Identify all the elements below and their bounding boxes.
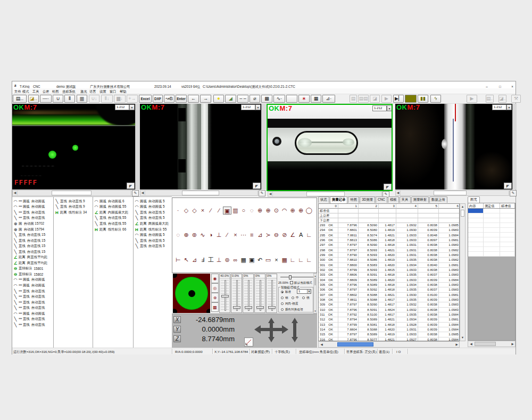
standard-level-select[interactable]: 1▼ (297, 289, 311, 294)
options-scroll-thumb[interactable] (314, 278, 316, 285)
tab-夹具[interactable]: 夹具 (400, 196, 411, 203)
tool-icon-2-12[interactable]: ≻ (264, 231, 272, 239)
tool-icon-1-8[interactable]: ▥ (231, 207, 239, 215)
toolbar-pause-olive-button[interactable]: ▮▮ (418, 95, 428, 103)
camera-3-scroll-left-icon[interactable]: ◀ (268, 192, 273, 196)
jog-left-arrow[interactable] (254, 325, 261, 334)
tool-icon-3-6[interactable]: ⊥ (215, 256, 223, 264)
tab-模板[interactable]: 模板 (388, 196, 399, 203)
tool-icon-3-10[interactable]: ▣ (248, 256, 256, 264)
list-item[interactable]: ╲直线自动直线 15 (12, 232, 53, 238)
tool-icon-2-11[interactable]: ⊿ (256, 231, 264, 239)
list-item[interactable]: ╲直线自动直线 5 (134, 243, 172, 249)
ring-matrix-button[interactable]: ▩ (211, 302, 219, 312)
menu-帮助[interactable]: 帮助 (120, 89, 126, 94)
table-hscrollbar[interactable]: ◀ ▶ (318, 341, 460, 348)
list-item[interactable]: ╲直线自动直线 15 (12, 238, 53, 244)
measure-list-3[interactable]: ◠圆弧自动圆弧 6◠圆弧自动圆弧 55∠距离内圆弧最大距╲直线自动直线 55╲直… (93, 197, 134, 348)
toolbar-record-block-button[interactable] (405, 95, 417, 103)
table-scroll-right-icon[interactable]: ▶ (454, 342, 459, 347)
options-vscrollbar[interactable]: ▴▾ (313, 273, 317, 314)
radio-standard[interactable] (281, 291, 284, 293)
light-slider-thumb[interactable] (221, 295, 229, 298)
radio-weak[interactable] (281, 297, 284, 299)
list-item[interactable]: ╲***直线自动直线 (12, 294, 53, 300)
toolbar-spline-curve-button[interactable]: ∿· (273, 95, 285, 103)
toolbar-matrix-code-button[interactable]: ▦ (311, 95, 321, 103)
tab-测量映射[interactable]: 测量映射 (411, 196, 429, 203)
measurement-table[interactable]: 0123456标准值上公差下公差293OK7.87968.50901.48171… (318, 203, 460, 341)
camera-2-vscrollbar[interactable] (261, 104, 266, 190)
menu-文件[interactable]: 文件 (14, 89, 21, 94)
camera-1-zoom-dropdown-icon[interactable]: ▼ (129, 104, 135, 110)
list-item[interactable]: ∠距离内圆弧最大距 (93, 210, 133, 216)
camera-1-hscrollbar[interactable]: ◀ (12, 190, 131, 196)
tool-icon-3-8[interactable]: ∞ (231, 256, 239, 264)
toolbar-run-man-button[interactable]: ϟ (430, 95, 441, 103)
toolbar-open-folder-button[interactable]: ◪‥ (28, 95, 39, 103)
jog-right-arrow[interactable] (282, 325, 288, 334)
toolbar-probe-search-button[interactable]: ⌀ (250, 95, 260, 103)
toolbar-measure-line-button[interactable]: —· (40, 95, 52, 103)
camera-2-hscrollbar[interactable]: ◀ (140, 190, 258, 196)
radio-strong[interactable] (302, 297, 305, 299)
tool-icon-3-16[interactable]: ∟ (297, 256, 305, 264)
measure-list-2[interactable]: ╲直线自动直线 9╲直线自动直线 9Η距离线性标注 34 (54, 197, 93, 348)
menu-窗口[interactable]: 窗口 (110, 89, 116, 94)
camera-4-resize-grip[interactable]: ◤ (504, 183, 512, 189)
list-item[interactable]: ╲***直线自动直线 (12, 316, 53, 322)
tool-icon-1-7[interactable]: ▣ (223, 207, 231, 215)
tool-icon-1-1[interactable]: · (174, 207, 182, 215)
tool-icon-2-2[interactable]: ⊕ (182, 231, 190, 239)
list-item[interactable]: ╲***直线自动直线 (12, 305, 53, 311)
camera-2-edit-button[interactable]: ✎ (259, 190, 265, 196)
tool-icon-3-3[interactable]: ⊿ (190, 256, 198, 264)
list-item[interactable]: ◠***圆弧自动圆弧 (12, 311, 53, 317)
tool-icon-3-13[interactable]: × (272, 256, 280, 264)
camera-2-scroll-left-icon[interactable]: ◀ (140, 191, 145, 195)
camera-2-resize-grip[interactable]: ◤ (253, 183, 261, 189)
radio-direction[interactable] (281, 302, 284, 305)
toolbar-stage-block-button[interactable]: ▆ (77, 95, 87, 103)
elements-scroll-right-icon[interactable]: ▶ (510, 342, 515, 347)
tab-elements[interactable]: 图元 (468, 196, 480, 203)
camera-3-hscroll-thumb[interactable] (306, 192, 345, 196)
tool-icon-1-10[interactable]: ◌ (248, 207, 256, 215)
tab-测量记录[interactable]: 测量记录 (330, 196, 348, 203)
tool-icon-3-1[interactable]: ⊢ (174, 256, 182, 264)
table-scroll-left-icon[interactable]: ◀ (319, 342, 324, 347)
radio-color-convert[interactable] (281, 308, 284, 311)
jog-up-arrow[interactable] (268, 318, 275, 323)
list-item[interactable]: ╲直线自动直线 15 (12, 249, 53, 255)
tool-icon-2-10[interactable]: ≡ (248, 231, 256, 239)
toolbar-light-bulb-button[interactable]: ● (213, 95, 224, 103)
camera-view-1[interactable]: FFFFF OKM:7 1-212 ▼ ◤ (12, 104, 135, 190)
tool-icon-3-7[interactable]: ⊚ (223, 256, 231, 264)
toolbar-dither-pattern-button[interactable]: ▩ (261, 95, 272, 103)
tab-CNC[interactable]: CNC (376, 196, 387, 203)
list-item[interactable]: ╲直线自动直线 55 (93, 216, 133, 221)
camera-4-scroll-left-icon[interactable]: ◀ (396, 191, 401, 195)
options-scroll-down-icon[interactable]: ▾ (314, 309, 317, 312)
light-slider-thumb[interactable] (245, 306, 252, 309)
tool-icon-3-4[interactable]: Ⅎ (198, 256, 206, 264)
list-item[interactable]: ╲直线自动直线 55 (93, 221, 133, 227)
camera-1-zoom-select[interactable]: 1-212 (115, 104, 129, 110)
light-slider-thumb[interactable] (268, 306, 276, 309)
jog-z-up-arrow[interactable] (292, 318, 298, 323)
tab-绘图[interactable]: 绘图 (348, 196, 359, 203)
elements-hscroll-thumb[interactable] (475, 342, 496, 346)
list-item[interactable]: ◠圆弧自动圆弧 55 (93, 204, 133, 210)
tool-icon-1-6[interactable]: ∕ (215, 207, 223, 215)
list-item[interactable]: ∠距离两直线平均距 (12, 254, 53, 260)
table-hscroll-thumb[interactable] (337, 342, 373, 347)
list-item[interactable]: ⊖直径标注15801 (12, 266, 53, 272)
list-item[interactable]: Η距离线性标注 34 (54, 210, 93, 216)
tool-icon-2-3[interactable]: ⊛ (190, 231, 198, 239)
list-item[interactable]: ⊕圆自动圆 15702 (12, 221, 53, 227)
tab-数据上传[interactable]: 数据上传 (429, 196, 447, 203)
toolbar-arrow-right-button[interactable]: → (200, 95, 211, 103)
list-item[interactable]: ◠***圆弧自动圆弧 (12, 204, 53, 210)
tool-icon-2-15[interactable]: ∠ (288, 231, 296, 239)
tab-3D测量[interactable]: 3D测量 (360, 196, 375, 203)
